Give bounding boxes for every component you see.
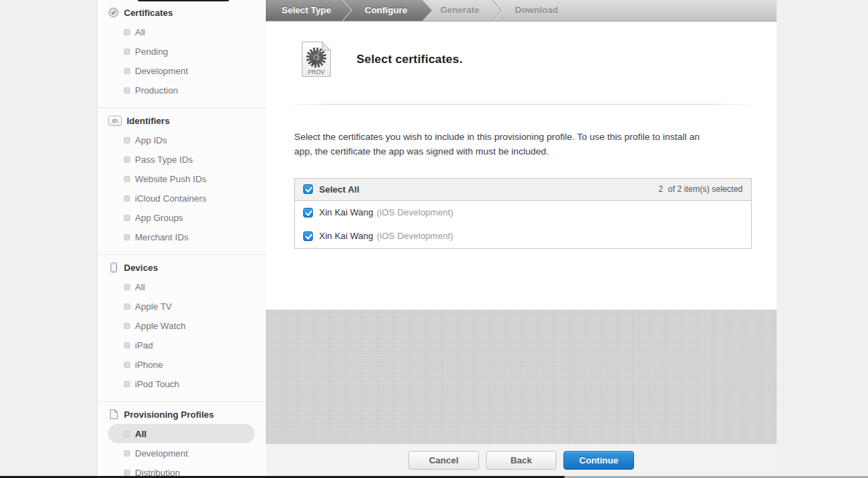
sidebar-item-identifiers-merchant-ids[interactable]: Merchant IDs <box>98 227 266 247</box>
sidebar-item-provisioning-profiles-all[interactable]: All <box>108 424 255 443</box>
list-bullet-icon <box>124 68 130 74</box>
sidebar-item-label: iPhone <box>135 360 163 370</box>
list-bullet-icon <box>124 195 130 202</box>
cancel-button[interactable]: Cancel <box>408 451 479 470</box>
certificate-row[interactable]: Xin Kai Wang(iOS Development) <box>295 224 751 248</box>
back-button[interactable]: Back <box>486 451 557 470</box>
certificate-name: Xin Kai Wang <box>319 207 373 218</box>
sidebar-item-identifiers-app-ids[interactable]: App IDs <box>98 130 266 150</box>
list-bullet-icon <box>124 323 130 329</box>
sidebar-header-label: Certificates <box>124 8 173 18</box>
id-badge-icon: ID <box>108 116 122 126</box>
wizard-step-generate: Generate <box>440 0 479 21</box>
sidebar-item-certificates-pending[interactable]: Pending <box>98 42 266 61</box>
list-bullet-icon <box>124 137 130 143</box>
certificate-row[interactable]: Xin Kai Wang(iOS Development) <box>295 201 751 224</box>
sidebar: CertificatesAllPendingDevelopmentProduct… <box>97 0 266 476</box>
select-all-label: Select All <box>319 184 359 195</box>
sidebar-item-label: Website Push IDs <box>135 174 206 184</box>
list-bullet-icon <box>124 431 130 437</box>
sidebar-sections: CertificatesAllPendingDevelopmentProduct… <box>98 0 266 478</box>
sidebar-item-devices-ipad[interactable]: iPad <box>98 335 266 355</box>
wizard-step-configure: Configure <box>365 0 407 21</box>
sidebar-item-devices-iphone[interactable]: iPhone <box>98 355 266 374</box>
sidebar-item-label: iCloud Containers <box>135 193 206 204</box>
sidebar-item-label: All <box>135 282 145 292</box>
selection-count: 2of 2 item(s) selected <box>658 184 743 194</box>
list-bullet-icon <box>124 470 130 476</box>
sidebar-item-devices-all[interactable]: All <box>98 277 266 296</box>
sidebar-header-label: Devices <box>124 263 158 273</box>
list-bullet-icon <box>124 362 130 368</box>
certificate-rows: Xin Kai Wang(iOS Development)Xin Kai Wan… <box>295 201 751 248</box>
certificate-name: Xin Kai Wang <box>319 231 373 241</box>
list-bullet-icon <box>124 29 130 35</box>
sidebar-item-devices-apple-watch[interactable]: Apple Watch <box>98 316 266 335</box>
sidebar-item-certificates-production[interactable]: Production <box>98 80 266 100</box>
sidebar-header-label: Provisioning Profiles <box>124 409 214 420</box>
list-bullet-icon <box>124 215 130 221</box>
list-bullet-icon <box>124 381 130 387</box>
linen-texture-background <box>266 310 777 443</box>
sidebar-item-label: iPad <box>135 340 153 351</box>
sidebar-item-label: Pass Type IDs <box>135 154 193 165</box>
device-icon <box>108 262 119 273</box>
sidebar-section-certificates: CertificatesAllPendingDevelopmentProduct… <box>98 0 266 107</box>
list-bullet-icon <box>124 176 130 182</box>
sidebar-item-devices-ipod-touch[interactable]: iPod Touch <box>98 374 266 393</box>
sidebar-item-provisioning-profiles-development[interactable]: Development <box>98 443 266 463</box>
sidebar-item-label: App IDs <box>135 135 167 145</box>
list-bullet-icon <box>124 450 130 457</box>
sidebar-item-label: Development <box>135 66 188 76</box>
wizard-step-select-type: Select Type <box>282 0 331 21</box>
document-icon <box>108 409 119 420</box>
sidebar-item-identifiers-pass-type-ids[interactable]: Pass Type IDs <box>98 150 266 169</box>
sidebar-top-remnant-divider <box>138 0 229 1</box>
certificate-type: (iOS Development) <box>377 231 453 241</box>
wizard-footer: Cancel Back Continue <box>266 443 777 476</box>
list-bullet-icon <box>124 87 130 94</box>
sidebar-header-identifiers[interactable]: IDIdentifiers <box>98 111 266 130</box>
sidebar-item-label: Merchant IDs <box>135 232 188 242</box>
sidebar-item-label: iPod Touch <box>135 379 179 389</box>
chevron-separator-icon <box>342 0 353 21</box>
sidebar-item-label: Apple TV <box>135 301 172 312</box>
main-panel: Select Type Configure Generate Download <box>266 0 777 476</box>
sidebar-item-certificates-all[interactable]: All <box>98 22 266 42</box>
sidebar-item-certificates-development[interactable]: Development <box>98 61 266 80</box>
sidebar-item-label: All <box>135 429 147 439</box>
certificate-seal-icon <box>108 7 119 18</box>
title-row: PROV Select certificates. <box>266 21 777 78</box>
sidebar-header-devices[interactable]: Devices <box>98 258 266 277</box>
sidebar-section-provisioning-profiles: Provisioning ProfilesAllDevelopmentDistr… <box>98 401 266 478</box>
sidebar-item-identifiers-icloud-containers[interactable]: iCloud Containers <box>98 188 266 208</box>
list-bullet-icon <box>124 48 130 55</box>
wizard-progress-bar: Select Type Configure Generate Download <box>266 0 777 21</box>
list-bullet-icon <box>124 157 130 163</box>
sidebar-header-provisioning-profiles[interactable]: Provisioning Profiles <box>98 405 266 424</box>
sidebar-item-label: Development <box>135 448 188 459</box>
svg-text:PROV: PROV <box>308 69 325 76</box>
list-bullet-icon <box>124 234 130 240</box>
list-bullet-icon <box>124 303 130 310</box>
certificate-checkbox[interactable] <box>303 231 313 241</box>
certificate-checkbox[interactable] <box>303 208 313 218</box>
certificate-type: (iOS Development) <box>377 207 453 218</box>
sidebar-item-label: Pending <box>135 46 168 57</box>
list-bullet-icon <box>124 342 130 348</box>
content-divider <box>284 104 759 105</box>
sidebar-item-label: App Groups <box>135 213 183 223</box>
list-bullet-icon <box>124 284 130 290</box>
sidebar-header-certificates[interactable]: Certificates <box>98 3 266 22</box>
chevron-separator-icon <box>492 0 503 21</box>
sidebar-section-devices: DevicesAllApple TVApple WatchiPadiPhonei… <box>98 254 266 401</box>
sidebar-item-devices-apple-tv[interactable]: Apple TV <box>98 296 266 316</box>
sidebar-item-identifiers-app-groups[interactable]: App Groups <box>98 208 266 227</box>
sidebar-item-label: Production <box>135 85 178 96</box>
continue-button[interactable]: Continue <box>563 451 634 470</box>
certificate-list: Select All 2of 2 item(s) selected Xin Ka… <box>294 178 752 249</box>
sidebar-item-identifiers-website-push-ids[interactable]: Website Push IDs <box>98 169 266 188</box>
select-all-checkbox[interactable] <box>303 184 313 194</box>
certificate-list-header[interactable]: Select All 2of 2 item(s) selected <box>295 179 751 201</box>
sidebar-item-label: All <box>135 27 145 37</box>
